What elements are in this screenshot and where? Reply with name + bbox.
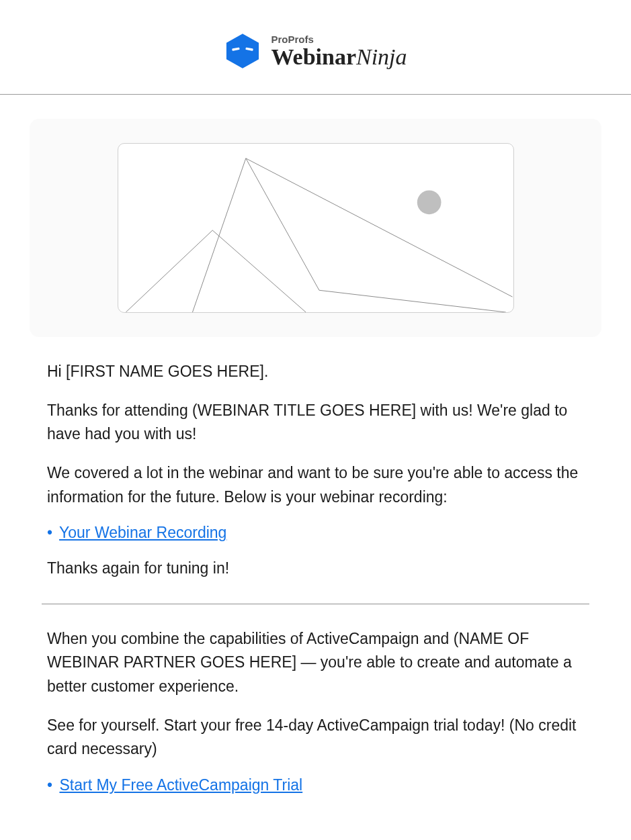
hero-image-card (30, 119, 601, 337)
see-yourself-text: See for yourself. Start your free 14-day… (47, 714, 584, 761)
page-header: ProProfs WebinarNinja (0, 0, 631, 95)
combine-text: When you combine the capabilities of Act… (47, 627, 584, 699)
email-content: Hi [FIRST NAME GOES HERE]. Thanks for at… (0, 95, 631, 836)
bullet-icon: • (47, 776, 52, 794)
bullet-icon: • (47, 524, 52, 541)
thanks-again-text: Thanks again for tuning in! (47, 557, 584, 581)
recording-link-line: • Your Webinar Recording (47, 524, 584, 542)
svg-point-3 (417, 190, 441, 214)
svg-line-4 (245, 158, 512, 297)
trial-link-line: • Start My Free ActiveCampaign Trial (47, 776, 584, 794)
email-body: Hi [FIRST NAME GOES HERE]. Thanks for at… (30, 360, 601, 794)
brand-title: WebinarNinja (271, 46, 407, 68)
ninja-hexagon-icon (224, 32, 261, 70)
image-placeholder (118, 143, 514, 313)
brand-logo: ProProfs WebinarNinja (224, 32, 407, 70)
brand-text: ProProfs WebinarNinja (271, 34, 407, 68)
start-trial-link[interactable]: Start My Free ActiveCampaign Trial (59, 776, 302, 794)
section-divider (42, 604, 589, 604)
svg-marker-0 (226, 34, 259, 68)
thanks-attending-text: Thanks for attending (WEBINAR TITLE GOES… (47, 399, 584, 447)
webinar-recording-link[interactable]: Your Webinar Recording (59, 524, 226, 541)
covered-text: We covered a lot in the webinar and want… (47, 461, 584, 509)
greeting-text: Hi [FIRST NAME GOES HERE]. (47, 360, 584, 384)
placeholder-mountains-icon (118, 144, 513, 312)
brand-supertitle: ProProfs (271, 34, 407, 44)
